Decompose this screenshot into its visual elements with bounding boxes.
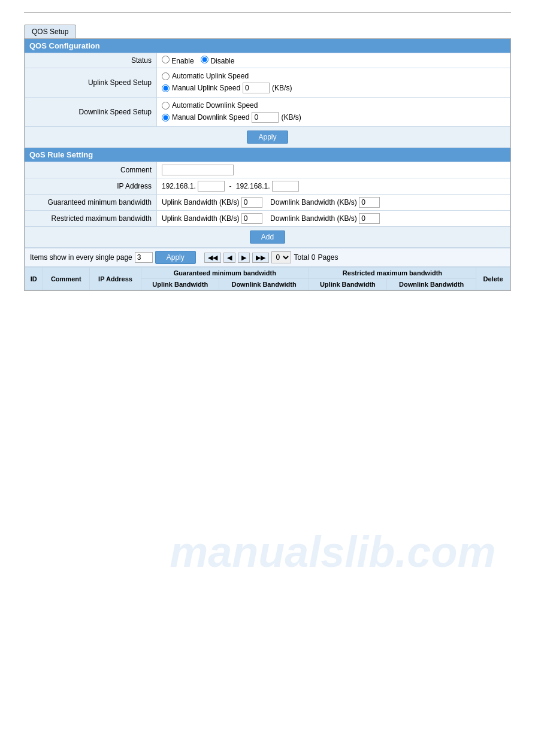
rmb-label: Restricted maximum bandwidth: [25, 211, 157, 227]
comment-row: Comment: [25, 162, 510, 178]
top-divider: [24, 12, 511, 13]
total-label: Total: [294, 253, 309, 262]
comment-value-cell: [157, 162, 510, 178]
gmb-label: Guaranteed minimum bandwidth: [25, 195, 157, 211]
ip-label: IP Address: [25, 178, 157, 195]
status-value-cell: Enable Disable: [157, 53, 510, 68]
downlink-row: Downlink Speed Setup Automatic Downlink …: [25, 98, 510, 127]
add-row: Add: [25, 227, 510, 248]
last-page-button[interactable]: ▶▶: [252, 253, 269, 263]
pagination-apply-button[interactable]: Apply: [155, 251, 196, 264]
qos-setup-tab[interactable]: QOS Setup: [24, 25, 76, 38]
comment-input[interactable]: [162, 165, 234, 175]
disable-label: Disable: [210, 57, 234, 65]
th-rmb: Restricted maximum bandwidth: [309, 268, 476, 279]
tab-bar: QOS Setup: [24, 25, 511, 38]
manual-downlink-radio[interactable]: [162, 114, 170, 122]
disable-radio-label[interactable]: Disable: [201, 57, 234, 65]
rmb-row: Restricted maximum bandwidth Uplink Band…: [25, 211, 510, 227]
total-value: 0: [312, 253, 316, 262]
th-rmb-uplink: Uplink Bandwidth: [309, 279, 386, 290]
rmb-value-cell: Uplink Bandwidth (KB/s) Downlink Bandwid…: [157, 211, 510, 227]
gmb-downlink-input[interactable]: [359, 197, 380, 208]
ip-value-cell: 192.168.1. - 192.168.1.: [157, 178, 510, 195]
comment-label: Comment: [25, 162, 157, 178]
enable-label: Enable: [171, 57, 194, 65]
status-row: Status Enable Disable: [25, 53, 510, 68]
status-label: Status: [25, 53, 157, 68]
gmb-value-cell: Uplink Bandwidth (KB/s) Downlink Bandwid…: [157, 195, 510, 211]
qos-rule-table: Comment IP Address 192.168.1. - 192.168.…: [25, 162, 510, 248]
auto-downlink-row: Automatic Downlink Speed: [162, 100, 505, 111]
add-button[interactable]: Add: [250, 230, 285, 244]
th-id: ID: [25, 268, 43, 290]
config-apply-cell: Apply: [25, 127, 510, 148]
manual-downlink-input[interactable]: 0: [252, 112, 279, 123]
uplink-unit: (KB/s): [272, 84, 292, 92]
uplink-row: Uplink Speed Setup Automatic Uplink Spee…: [25, 68, 510, 98]
ip-row: IP Address 192.168.1. - 192.168.1.: [25, 178, 510, 195]
manual-downlink-label: Manual Downlink Speed: [172, 113, 249, 122]
uplink-value-cell: Automatic Uplink Speed Manual Uplink Spe…: [157, 68, 510, 98]
manual-uplink-row: Manual Uplink Speed 0 (KB/s): [162, 81, 505, 95]
th-gmb-downlink: Downlink Bandwidth: [219, 279, 309, 290]
gmb-uplink-input[interactable]: [241, 197, 262, 208]
downlink-label: Downlink Speed Setup: [25, 98, 157, 127]
auto-downlink-radio[interactable]: [162, 102, 170, 110]
downlink-unit: (KB/s): [281, 113, 301, 122]
th-gmb-uplink: Uplink Bandwidth: [141, 279, 219, 290]
gmb-downlink-label: Downlink Bandwidth (KB/s): [270, 198, 357, 207]
uplink-label: Uplink Speed Setup: [25, 68, 157, 98]
enable-radio[interactable]: [162, 56, 170, 63]
config-apply-button[interactable]: Apply: [247, 130, 288, 144]
gmb-uplink-label: Uplink Bandwidth (KB/s): [162, 198, 239, 207]
downlink-value-cell: Automatic Downlink Speed Manual Downlink…: [157, 98, 510, 127]
ip-prefix1: 192.168.1.: [162, 182, 196, 190]
ip-input2[interactable]: [272, 181, 299, 192]
auto-uplink-label: Automatic Uplink Speed: [172, 72, 249, 80]
auto-downlink-label: Automatic Downlink Speed: [172, 101, 258, 110]
prev-page-button[interactable]: ◀: [223, 253, 235, 263]
manual-downlink-row: Manual Downlink Speed 0 (KB/s): [162, 111, 505, 124]
auto-uplink-row: Automatic Uplink Speed: [162, 71, 505, 81]
th-comment: Comment: [43, 268, 89, 290]
th-ip: IP Address: [90, 268, 141, 290]
auto-uplink-radio[interactable]: [162, 72, 170, 80]
qos-config-table: Status Enable Disable Uplink Speed Setup: [25, 53, 510, 148]
first-page-button[interactable]: ◀◀: [204, 253, 221, 263]
gmb-row: Guaranteed minimum bandwidth Uplink Band…: [25, 195, 510, 211]
pages-label: Pages: [318, 253, 338, 262]
qos-rule-header: QoS Rule Setting: [25, 148, 510, 162]
rmb-uplink-label: Uplink Bandwidth (KB/s): [162, 214, 239, 223]
manual-uplink-radio[interactable]: [162, 84, 170, 92]
manual-uplink-label: Manual Uplink Speed: [172, 84, 240, 92]
enable-radio-label[interactable]: Enable: [162, 57, 196, 65]
add-cell: Add: [25, 227, 510, 248]
th-delete: Delete: [476, 268, 510, 290]
th-gmb: Guaranteed minimum bandwidth: [141, 268, 309, 279]
pagination-row: Items show in every single page 3 Apply …: [25, 248, 510, 267]
rmb-downlink-input[interactable]: [359, 213, 380, 224]
rmb-uplink-input[interactable]: [241, 213, 262, 224]
items-label: Items show in every single page: [30, 253, 132, 262]
qos-config-header: QOS Configuration: [25, 39, 510, 53]
page-select[interactable]: 0: [271, 251, 291, 263]
rmb-downlink-label: Downlink Bandwidth (KB/s): [270, 214, 357, 223]
data-table: ID Comment IP Address Guaranteed minimum…: [25, 267, 510, 290]
config-apply-row: Apply: [25, 127, 510, 148]
ip-input1[interactable]: [198, 181, 225, 192]
main-panel: QOS Configuration Status Enable Disable: [24, 38, 511, 291]
ip-prefix2: 192.168.1.: [236, 182, 270, 190]
manual-uplink-input[interactable]: 0: [243, 83, 270, 93]
disable-radio[interactable]: [201, 56, 208, 63]
table-header-row1: ID Comment IP Address Guaranteed minimum…: [25, 268, 510, 279]
th-rmb-downlink: Downlink Bandwidth: [387, 279, 476, 290]
ip-dash: -: [229, 182, 231, 190]
items-per-page-input[interactable]: 3: [135, 252, 153, 263]
next-page-button[interactable]: ▶: [238, 253, 250, 263]
